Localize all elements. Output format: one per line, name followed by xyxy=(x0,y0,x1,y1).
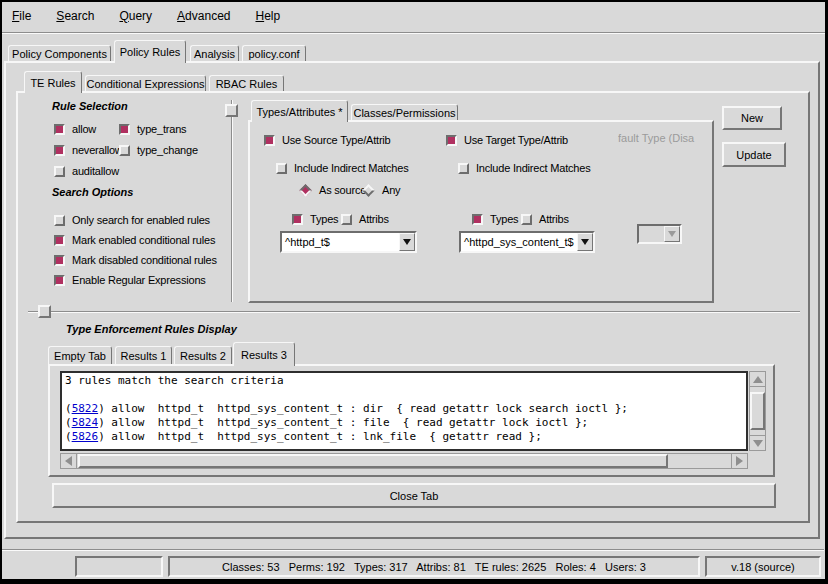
target-types-checkbox[interactable]: Types xyxy=(472,212,518,226)
subtab-rbac-rules[interactable]: RBAC Rules xyxy=(209,75,284,91)
source-dropdown-button[interactable] xyxy=(399,233,415,251)
target-dropdown-button[interactable] xyxy=(577,233,593,251)
any-radio[interactable]: Any xyxy=(362,183,400,197)
any-label: Any xyxy=(382,184,400,196)
tab-policy-rules[interactable]: Policy Rules xyxy=(114,40,186,63)
use-target-label: Use Target Type/Attrib xyxy=(464,134,568,146)
rule-selection-title: Rule Selection xyxy=(48,100,132,112)
menu-search[interactable]: Search xyxy=(48,7,102,25)
close-tab-button[interactable]: Close Tab xyxy=(52,483,776,508)
scroll-left-icon xyxy=(65,456,72,466)
status-version-box: v.18 (source) xyxy=(705,556,821,577)
tab-policy-components[interactable]: Policy Components xyxy=(8,45,111,61)
checkbox-indicator xyxy=(264,135,275,146)
subtab-conditional-expressions[interactable]: Conditional Expressions xyxy=(85,75,206,91)
checkbox-indicator xyxy=(276,163,287,174)
search-option-mark-enabled-conditional-rules-label: Mark enabled conditional rules xyxy=(72,234,215,246)
status-stats-text: Classes: 53 Perms: 192 Types: 317 Attrib… xyxy=(222,561,646,573)
checkbox-indicator xyxy=(54,145,65,156)
results-text-area[interactable]: 3 rules match the search criteria (5822)… xyxy=(60,371,748,451)
scroll-up-button[interactable] xyxy=(749,371,766,387)
search-option-mark-enabled-conditional-rules[interactable]: Mark enabled conditional rules xyxy=(54,233,215,247)
app-window: FileSearchQueryAdvancedHelp Policy Compo… xyxy=(0,0,828,584)
source-type-input[interactable]: ^httpd_t$ xyxy=(280,231,417,253)
radio-indicator xyxy=(362,184,375,197)
results-tab-results-3[interactable]: Results 3 xyxy=(233,342,295,366)
horizontal-sash-handle[interactable] xyxy=(38,305,51,318)
rule-option-neverallow-label: neverallow xyxy=(72,144,123,156)
checkbox-indicator xyxy=(54,235,65,246)
status-empty-box xyxy=(75,556,163,577)
target-types-label: Types xyxy=(490,213,518,225)
scroll-down-button[interactable] xyxy=(749,435,766,451)
source-attribs-label: Attribs xyxy=(359,213,389,225)
rule-line: (5824) allow httpd_t httpd_sys_content_t… xyxy=(65,416,743,430)
rule-line: (5826) allow httpd_t httpd_sys_content_t… xyxy=(65,430,743,444)
source-indirect-label: Include Indirect Matches xyxy=(294,162,408,174)
checkbox-indicator xyxy=(472,214,483,225)
target-attribs-checkbox[interactable]: Attribs xyxy=(521,212,569,226)
results-tab-results-2[interactable]: Results 2 xyxy=(174,346,232,364)
v-scroll-thumb[interactable] xyxy=(750,392,765,430)
tab-analysis[interactable]: Analysis xyxy=(190,45,239,61)
text-line: 3 rules match the search criteria xyxy=(65,374,743,388)
source-type-combobox: ^httpd_t$ xyxy=(280,231,417,253)
source-indirect-checkbox[interactable]: Include Indirect Matches xyxy=(276,161,408,175)
subtab-te-rules[interactable]: TE Rules xyxy=(24,71,82,93)
rule-option-type-trans[interactable]: type_trans xyxy=(119,122,186,136)
chevron-down-icon xyxy=(403,239,411,245)
rule-option-auditallow-label: auditallow xyxy=(72,165,119,177)
menu-file[interactable]: File xyxy=(4,7,39,25)
checkbox-indicator xyxy=(54,275,65,286)
chevron-down-icon xyxy=(668,231,676,237)
default-dropdown-button xyxy=(664,226,680,242)
target-type-input[interactable]: ^httpd_sys_content_t$ xyxy=(459,231,595,253)
new-button[interactable]: New xyxy=(722,106,782,130)
results-tab-empty-tab[interactable]: Empty Tab xyxy=(48,346,112,364)
source-types-checkbox[interactable]: Types xyxy=(292,212,338,226)
rule-option-auditallow[interactable]: auditallow xyxy=(54,164,119,178)
target-attribs-label: Attribs xyxy=(539,213,569,225)
default-type-combobox xyxy=(637,224,682,244)
rule-id-link[interactable]: 5826 xyxy=(72,430,99,443)
menu-query[interactable]: Query xyxy=(111,7,160,25)
target-indirect-label: Include Indirect Matches xyxy=(476,162,590,174)
menu-bar: FileSearchQueryAdvancedHelp xyxy=(4,3,822,29)
search-option-only-search-for-enabled-rules-label: Only search for enabled rules xyxy=(72,214,210,226)
search-option-only-search-for-enabled-rules[interactable]: Only search for enabled rules xyxy=(54,213,210,227)
use-target-checkbox[interactable]: Use Target Type/Attrib xyxy=(446,133,568,147)
rule-id-link[interactable]: 5822 xyxy=(72,402,99,415)
version-text: v.18 (source) xyxy=(731,561,794,573)
ta-tab-types-attributes[interactable]: Types/Attributes * xyxy=(251,100,348,122)
rule-option-neverallow[interactable]: neverallow xyxy=(54,143,123,157)
use-source-label: Use Source Type/Attrib xyxy=(282,134,391,146)
ta-tab-classes-permissions[interactable]: Classes/Permissions xyxy=(351,104,458,120)
update-button[interactable]: Update xyxy=(722,142,786,167)
tab-policy-conf[interactable]: policy.conf xyxy=(242,45,306,61)
scroll-left-button[interactable] xyxy=(60,453,77,469)
search-option-mark-disabled-conditional-rules-label: Mark disabled conditional rules xyxy=(72,254,217,266)
statusbar-separator xyxy=(2,549,824,551)
as-source-radio[interactable]: As source xyxy=(299,183,366,197)
rule-option-allow[interactable]: allow xyxy=(54,122,96,136)
rule-option-type-change-label: type_change xyxy=(137,144,198,156)
search-option-enable-regular-expressions[interactable]: Enable Regular Expressions xyxy=(54,273,206,287)
rule-option-type-change[interactable]: type_change xyxy=(119,143,198,157)
source-attribs-checkbox[interactable]: Attribs xyxy=(341,212,389,226)
h-scroll-thumb[interactable] xyxy=(78,454,668,468)
source-types-label: Types xyxy=(310,213,338,225)
checkbox-indicator xyxy=(54,215,65,226)
scroll-up-icon xyxy=(753,376,763,383)
search-option-mark-disabled-conditional-rules[interactable]: Mark disabled conditional rules xyxy=(54,253,217,267)
checkbox-indicator xyxy=(54,166,65,177)
scroll-right-button[interactable] xyxy=(731,453,748,469)
vertical-sash-handle[interactable] xyxy=(225,104,238,117)
menu-help[interactable]: Help xyxy=(247,7,288,25)
rule-id-link[interactable]: 5824 xyxy=(72,416,99,429)
status-stats-box: Classes: 53 Perms: 192 Types: 317 Attrib… xyxy=(168,556,700,577)
menu-advanced[interactable]: Advanced xyxy=(169,7,238,25)
as-source-label: As source xyxy=(319,184,366,196)
use-source-checkbox[interactable]: Use Source Type/Attrib xyxy=(264,133,391,147)
target-indirect-checkbox[interactable]: Include Indirect Matches xyxy=(458,161,590,175)
results-tab-results-1[interactable]: Results 1 xyxy=(115,346,172,364)
